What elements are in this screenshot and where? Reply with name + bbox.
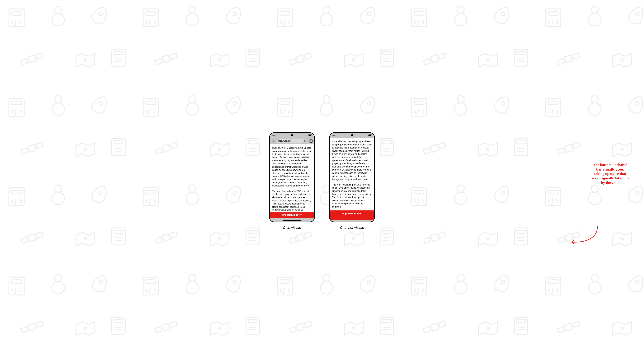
tab-count: 5	[310, 140, 311, 142]
status-time: 11:45	[272, 134, 276, 136]
page-content: CSS, short for Cascading Style Sheets, i…	[330, 138, 374, 211]
device-chin	[270, 218, 314, 222]
phone-chin-hidden-column: 11:45 CSS, short for Cascading Style She…	[329, 132, 375, 230]
caption-chin-visible: Chin visible	[283, 226, 301, 230]
battery-icon	[308, 134, 312, 136]
anchored-footer[interactable]: Important Footer	[270, 212, 314, 218]
anchored-footer[interactable]: Important Footer	[330, 210, 374, 220]
status-bar: 11:45	[270, 133, 314, 138]
paragraph-1: CSS, short for Cascading Style Sheets, i…	[272, 146, 312, 187]
camera-icon	[291, 134, 293, 136]
browser-toolbar: https://web.dev/ + 5	[270, 138, 314, 144]
home-icon[interactable]	[272, 139, 275, 143]
device-chin-collapsed	[330, 220, 374, 222]
phone-chin-visible: 11:45 https://web.dev/ + 5 CSS, short fo…	[269, 132, 315, 222]
status-bar: 11:45	[330, 133, 374, 138]
page-content: CSS, short for Cascading Style Sheets, i…	[270, 144, 314, 217]
url-text: https://web.dev/	[278, 140, 291, 142]
battery-icon	[368, 134, 372, 136]
phone-chin-visible-column: 11:45 https://web.dev/ + 5 CSS, short fo…	[269, 132, 315, 230]
stage: 11:45 https://web.dev/ + 5 CSS, short fo…	[0, 0, 644, 362]
tab-count-button[interactable]: 5	[309, 139, 312, 143]
annotation-text: The bottom-anchored bar visually grew, t…	[591, 163, 630, 185]
phone-chin-hidden: 11:45 CSS, short for Cascading Style She…	[329, 132, 375, 222]
new-tab-icon[interactable]: +	[306, 139, 308, 143]
paragraph-1: CSS, short for Cascading Style Sheets, i…	[332, 140, 372, 181]
paragraph-2: The term "cascading" in CSS refers to it…	[272, 190, 312, 215]
footer-label: Important Footer	[342, 212, 362, 215]
url-bar[interactable]: https://web.dev/	[276, 139, 304, 143]
camera-icon	[351, 134, 353, 136]
home-indicator[interactable]	[343, 221, 361, 221]
status-time: 11:45	[332, 134, 336, 136]
home-indicator[interactable]	[283, 220, 301, 221]
caption-chin-hidden: Chin not visible	[340, 226, 364, 230]
page-viewport[interactable]: CSS, short for Cascading Style Sheets, i…	[270, 144, 314, 218]
page-viewport[interactable]: CSS, short for Cascading Style Sheets, i…	[330, 138, 374, 220]
paragraph-2: The term "cascading" in CSS refers to it…	[332, 183, 372, 209]
footer-label: Important Footer	[282, 213, 302, 216]
